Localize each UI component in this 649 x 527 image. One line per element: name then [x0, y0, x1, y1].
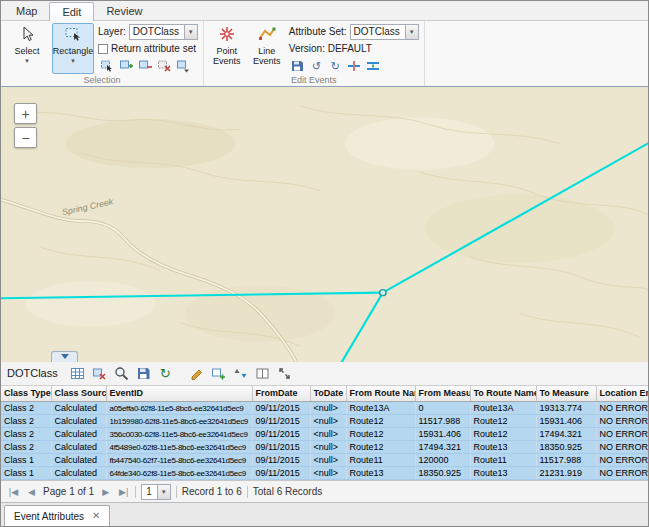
tab-edit[interactable]: Edit: [49, 2, 94, 21]
point-events-icon: [218, 25, 236, 46]
table-cell: 356c0030-62f8-11e5-8bc6-ee32641d5ec9: [106, 428, 252, 441]
table-cell: <null>: [310, 441, 346, 454]
add-record-icon[interactable]: [209, 364, 228, 383]
chevron-down-icon: ▼: [24, 58, 30, 64]
return-attribute-set-checkbox[interactable]: [98, 44, 108, 54]
table-cell: Route13: [470, 441, 536, 454]
page-size-select[interactable]: 1 ▼: [141, 484, 171, 500]
edit-events-group: Point Events Line Events Attribute Set: …: [204, 21, 425, 86]
table-row[interactable]: Class 1Calculatedfb447540-62f7-11e5-8bc6…: [1, 454, 649, 467]
attribute-set-label: Attribute Set:: [289, 26, 347, 37]
save-events-icon[interactable]: [289, 58, 306, 74]
version-label: Version: DEFAULT: [289, 43, 372, 54]
table-cell: 18350.925: [415, 467, 470, 480]
table-cell: 18350.925: [536, 441, 596, 454]
map-canvas[interactable]: Spring Creek + −: [1, 87, 648, 362]
zoom-in-button[interactable]: +: [14, 103, 37, 124]
table-row[interactable]: Class 2Calculated1b159980-62f8-11e5-8bc6…: [1, 415, 649, 428]
line-events-icon: [258, 25, 276, 46]
column-header[interactable]: To Route Name: [470, 386, 536, 402]
table-cell: Class 2: [1, 402, 51, 415]
point-events-button[interactable]: Point Events: [209, 23, 245, 74]
select-cursor-icon: [18, 25, 36, 46]
table-cell: 120000: [415, 454, 470, 467]
remove-from-selection-icon[interactable]: [136, 58, 153, 74]
table-cell: Route12: [346, 441, 415, 454]
separator: [247, 486, 248, 498]
column-header[interactable]: From Measure: [415, 386, 470, 402]
select-tool-button[interactable]: Select ▼: [6, 23, 48, 74]
column-header[interactable]: From Route Name: [346, 386, 415, 402]
attribute-grid-icon[interactable]: [68, 364, 87, 383]
next-page-icon[interactable]: ▶: [99, 487, 112, 497]
page-label: Page 1 of 1: [43, 486, 94, 497]
save-icon[interactable]: [134, 364, 153, 383]
map-image: Spring Creek: [1, 87, 648, 362]
table-header-row: Class TypeClass SourceEventIDFromDateToD…: [1, 386, 649, 402]
table-cell: 09/11/2015: [252, 415, 310, 428]
table-cell: Route11: [346, 454, 415, 467]
table-cell: fb447540-62f7-11e5-8bc6-ee32641d5ec9: [106, 454, 252, 467]
edit-events-group-label: Edit Events: [204, 75, 424, 85]
table-cell: Calculated: [51, 441, 106, 454]
tab-review[interactable]: Review: [94, 2, 154, 20]
table-cell: NO ERROR: [596, 428, 649, 441]
route-junction-vertex[interactable]: [380, 290, 386, 296]
select-features-icon[interactable]: [98, 58, 115, 74]
previous-page-icon[interactable]: ◀: [25, 487, 38, 497]
table-row[interactable]: Class 1Calculated64fde340-62f8-11e5-8bc6…: [1, 467, 649, 480]
tab-map[interactable]: Map: [4, 2, 49, 20]
merge-events-icon[interactable]: [365, 58, 382, 74]
attribute-set-select[interactable]: DOTClass ▼: [350, 24, 419, 40]
zoom-out-button[interactable]: −: [14, 127, 37, 148]
first-page-icon[interactable]: |◀: [7, 487, 20, 497]
close-tab-icon[interactable]: ✕: [92, 511, 100, 521]
column-header[interactable]: To Measure: [536, 386, 596, 402]
rectangle-tool-button[interactable]: Rectangle ▼: [52, 23, 94, 74]
chevron-down-icon[interactable]: ▼: [184, 25, 197, 39]
column-header[interactable]: FromDate: [252, 386, 310, 402]
table-cell: <null>: [310, 402, 346, 415]
column-header[interactable]: EventID: [106, 386, 252, 402]
clear-selection-icon[interactable]: [155, 58, 172, 74]
chevron-down-icon[interactable]: ▼: [405, 25, 418, 39]
table-row[interactable]: Class 2Calculated4f5489e0-62f8-11e5-8bc6…: [1, 441, 649, 454]
refresh-icon[interactable]: ↻: [156, 364, 175, 383]
selection-group-label: Selection: [1, 75, 203, 85]
edit-record-icon[interactable]: [187, 364, 206, 383]
redo-icon[interactable]: ↻: [327, 58, 344, 74]
panel-collapse-button[interactable]: [51, 351, 78, 362]
zoom-to-selection-icon[interactable]: [112, 364, 131, 383]
selection-options-icon[interactable]: [174, 58, 191, 74]
column-header[interactable]: ToDate: [310, 386, 346, 402]
line-events-button[interactable]: Line Events: [249, 23, 285, 74]
table-cell: Class 1: [1, 467, 51, 480]
table-cell: <null>: [310, 428, 346, 441]
table-cell: NO ERROR: [596, 467, 649, 480]
table-cell: <null>: [310, 454, 346, 467]
expand-panel-icon[interactable]: [275, 364, 294, 383]
chevron-down-icon[interactable]: ▼: [157, 485, 170, 499]
rectangle-tool-label: Rectangle: [53, 47, 94, 57]
columns-icon[interactable]: [253, 364, 272, 383]
column-header[interactable]: Location Error: [596, 386, 649, 402]
clear-selection-icon[interactable]: [90, 364, 109, 383]
column-header[interactable]: Class Source: [51, 386, 106, 402]
edit-events-mini-toolbar: ↺ ↻: [289, 58, 419, 74]
table-cell: 4f5489e0-62f8-11e5-8bc6-ee32641d5ec9: [106, 441, 252, 454]
column-header[interactable]: Class Type: [1, 386, 51, 402]
tab-event-attributes[interactable]: Event Attributes ✕: [4, 505, 110, 526]
add-to-selection-icon[interactable]: [117, 58, 134, 74]
last-page-icon[interactable]: ▶|: [117, 487, 130, 497]
layer-select[interactable]: DOTClass ▼: [129, 24, 198, 40]
chevron-down-icon: [61, 354, 69, 359]
table-cell: a05effa0-62f8-11e5-8bc6-ee32641d5ec9: [106, 402, 252, 415]
table-row[interactable]: Class 2Calculated356c0030-62f8-11e5-8bc6…: [1, 428, 649, 441]
undo-icon[interactable]: ↺: [308, 58, 325, 74]
sort-icon[interactable]: [231, 364, 250, 383]
split-event-icon[interactable]: [346, 58, 363, 74]
zoom-control: + −: [14, 103, 37, 148]
table-cell: Route12: [346, 428, 415, 441]
table-cell: 09/11/2015: [252, 454, 310, 467]
table-row[interactable]: Class 2Calculateda05effa0-62f8-11e5-8bc6…: [1, 402, 649, 415]
